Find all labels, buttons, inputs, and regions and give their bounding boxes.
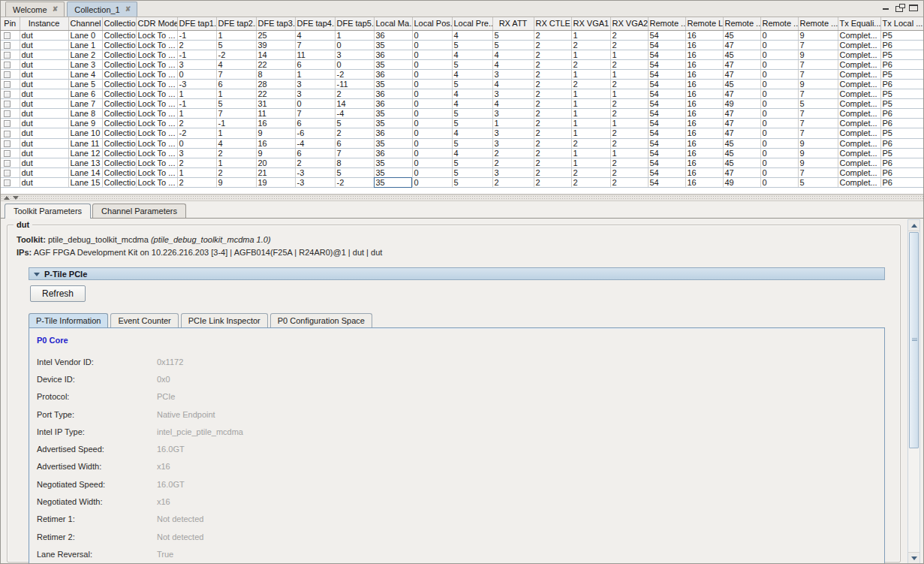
table-cell[interactable]: 7 — [798, 69, 838, 79]
table-cell[interactable]: 11 — [295, 50, 335, 59]
table-cell[interactable]: Lock To ... — [136, 158, 177, 167]
table-cell[interactable]: 1 — [571, 30, 610, 40]
table-cell[interactable]: P5 — [880, 50, 923, 59]
table-cell[interactable]: dut — [20, 50, 68, 59]
table-cell[interactable]: 6 — [295, 59, 335, 69]
table-cell[interactable]: 0 — [760, 99, 798, 109]
table-cell[interactable]: 2 — [534, 89, 571, 99]
table-cell[interactable]: 9 — [798, 79, 838, 89]
pin-checkbox[interactable] — [4, 91, 11, 98]
table-cell[interactable]: P6 — [880, 158, 923, 167]
table-cell[interactable]: P6 — [880, 59, 923, 69]
table-cell[interactable]: 1 — [335, 30, 374, 40]
pin-checkbox[interactable] — [4, 101, 11, 107]
table-cell[interactable]: 2 — [571, 177, 610, 187]
horizontal-splitter[interactable] — [1, 195, 923, 201]
table-cell[interactable]: 3 — [177, 148, 216, 158]
table-cell[interactable]: 0 — [177, 69, 216, 79]
table-cell[interactable]: 2 — [534, 167, 571, 177]
pin-checkbox[interactable] — [4, 42, 11, 49]
table-cell[interactable]: 4 — [492, 99, 534, 109]
table-cell[interactable]: 35 — [374, 138, 412, 148]
table-cell[interactable]: 47 — [723, 89, 760, 99]
table-cell[interactable]: Lock To ... — [136, 99, 177, 109]
table-cell[interactable]: 1 — [610, 50, 648, 59]
table-cell[interactable]: 16 — [685, 148, 723, 158]
table-cell[interactable]: 54 — [648, 69, 685, 79]
table-cell[interactable]: 16 — [685, 30, 723, 40]
table-cell[interactable]: -1 — [177, 30, 216, 40]
table-cell[interactable]: Lane 11 — [68, 138, 102, 148]
table-cell[interactable]: 35 — [374, 40, 412, 50]
table-cell[interactable]: Lane 7 — [68, 99, 102, 109]
table-cell[interactable]: 9 — [798, 158, 838, 167]
table-cell[interactable]: 2 — [610, 30, 648, 40]
table-cell[interactable]: 2 — [177, 177, 216, 187]
table-cell[interactable]: P6 — [880, 119, 923, 128]
table-cell[interactable]: 0 — [760, 128, 798, 138]
table-cell[interactable]: 7 — [216, 109, 256, 119]
table-cell[interactable]: dut — [20, 79, 68, 89]
table-cell[interactable]: Lock To ... — [136, 89, 177, 99]
column-header[interactable]: CDR Mode — [136, 17, 177, 30]
table-cell[interactable]: Lock To ... — [136, 50, 177, 59]
table-cell[interactable]: Lane 10 — [68, 128, 102, 138]
table-cell[interactable]: 16 — [685, 119, 723, 128]
table-cell[interactable]: -3 — [295, 177, 335, 187]
table-cell[interactable]: 0 — [412, 119, 452, 128]
column-header[interactable]: Local Ma... — [374, 17, 412, 30]
table-cell[interactable]: 54 — [648, 30, 685, 40]
table-cell[interactable]: 1 — [571, 119, 610, 128]
table-cell[interactable]: dut — [20, 128, 68, 138]
table-cell[interactable]: 54 — [648, 138, 685, 148]
table-cell[interactable]: 0 — [412, 50, 452, 59]
table-cell[interactable]: 2 — [177, 119, 216, 128]
table-cell[interactable]: 1 — [177, 89, 216, 99]
table-cell[interactable]: dut — [20, 89, 68, 99]
table-cell[interactable]: 0 — [760, 40, 798, 50]
table-cell[interactable]: 54 — [648, 167, 685, 177]
table-cell[interactable]: -1 — [177, 50, 216, 59]
table-cell[interactable]: 6 — [295, 148, 335, 158]
table-cell[interactable]: dut — [20, 119, 68, 128]
table-cell[interactable]: 2 — [534, 109, 571, 119]
table-cell[interactable]: Complet... — [838, 69, 880, 79]
table-cell[interactable]: 16 — [685, 158, 723, 167]
table-cell[interactable]: 5 — [335, 119, 374, 128]
refresh-button[interactable]: Refresh — [30, 285, 86, 302]
table-cell[interactable]: 2 — [534, 128, 571, 138]
column-header[interactable]: Remote L... — [685, 17, 723, 30]
table-cell[interactable]: 16 — [685, 99, 723, 109]
table-cell[interactable]: 0 — [412, 177, 452, 187]
table-cell[interactable]: 7 — [798, 40, 838, 50]
table-cell[interactable]: 3 — [295, 79, 335, 89]
table-cell[interactable]: 4 — [216, 138, 256, 148]
table-cell[interactable]: 54 — [648, 59, 685, 69]
pin-checkbox[interactable] — [4, 140, 11, 147]
table-cell[interactable]: 2 — [610, 59, 648, 69]
table-cell[interactable]: 36 — [374, 99, 412, 109]
table-cell[interactable]: 16 — [685, 79, 723, 89]
table-cell[interactable]: 3 — [177, 59, 216, 69]
table-cell[interactable]: dut — [20, 148, 68, 158]
table-cell[interactable]: 22 — [256, 59, 295, 69]
table-cell[interactable]: 4 — [492, 50, 534, 59]
table-cell[interactable]: 4 — [452, 89, 492, 99]
table-cell[interactable]: 45 — [723, 79, 760, 89]
table-cell[interactable]: 7 — [798, 119, 838, 128]
table-cell[interactable]: 54 — [648, 177, 685, 187]
table-cell[interactable]: P6 — [880, 109, 923, 119]
table-cell[interactable]: 0 — [412, 89, 452, 99]
table-cell[interactable]: 20 — [256, 158, 295, 167]
table-cell[interactable]: 0 — [412, 158, 452, 167]
table-cell[interactable]: Lock To ... — [136, 59, 177, 69]
table-cell[interactable]: 16 — [256, 138, 295, 148]
close-icon[interactable]: ✘ — [125, 6, 131, 13]
splitter-up-icon[interactable] — [4, 196, 10, 200]
table-cell[interactable]: 5 — [452, 119, 492, 128]
subtab-pcie-link-inspector[interactable]: PCIe Link Inspector — [181, 313, 268, 327]
table-cell[interactable]: Complet... — [838, 109, 880, 119]
table-cell[interactable]: 2 — [610, 177, 648, 187]
table-cell[interactable]: 2 — [177, 40, 216, 50]
table-cell[interactable]: P6 — [880, 167, 923, 177]
